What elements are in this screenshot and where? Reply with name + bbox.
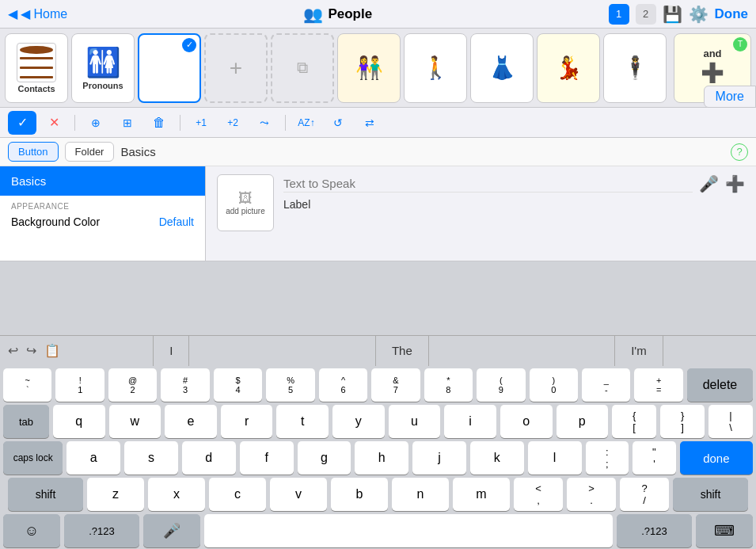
key-e[interactable]: e: [165, 405, 217, 438]
key-hash[interactable]: #3: [161, 368, 209, 402]
keyboard-key[interactable]: ⌨: [696, 514, 753, 547]
emoji-key[interactable]: ☺: [3, 514, 60, 547]
key-y[interactable]: y: [332, 405, 385, 438]
key-s[interactable]: s: [124, 441, 178, 475]
toolbar-arrow-button[interactable]: ⤳: [250, 111, 279, 135]
space-key[interactable]: [204, 514, 613, 547]
key-o[interactable]: o: [500, 405, 553, 438]
extra-card-3[interactable]: 👗: [470, 33, 534, 103]
key-pipe[interactable]: |\: [709, 405, 753, 438]
key-question[interactable]: ?/: [620, 478, 669, 511]
key-rbrace[interactable]: }]: [660, 405, 705, 438]
key-plus-equals[interactable]: +=: [634, 368, 682, 402]
back-button[interactable]: ◀ ◀ Home: [8, 6, 67, 21]
key-p[interactable]: p: [557, 405, 609, 438]
contacts-card[interactable]: Contacts: [5, 33, 68, 103]
shift-left-key[interactable]: shift: [8, 478, 83, 511]
key-comma[interactable]: <,: [514, 478, 563, 511]
num-key[interactable]: .?123: [64, 514, 139, 547]
done-button[interactable]: Done: [715, 6, 749, 22]
key-lparen[interactable]: (9: [477, 368, 525, 402]
key-n[interactable]: n: [392, 478, 449, 511]
key-dollar[interactable]: $4: [214, 368, 262, 402]
add-picture-box[interactable]: 🖼 add picture: [217, 174, 274, 231]
key-j[interactable]: j: [412, 441, 466, 475]
key-h[interactable]: h: [355, 441, 408, 475]
blank-checked-card[interactable]: ✓: [138, 33, 201, 103]
mic-icon[interactable]: 🎤: [699, 174, 719, 193]
basics-item[interactable]: Basics: [0, 166, 205, 196]
key-l[interactable]: l: [528, 441, 582, 475]
key-w[interactable]: w: [109, 405, 161, 438]
extra-card-4[interactable]: 💃: [537, 33, 600, 103]
page-2-button[interactable]: 2: [636, 4, 656, 25]
toolbar-plus2-button[interactable]: +2: [218, 111, 247, 135]
autocomplete-word-the[interactable]: The: [375, 336, 429, 366]
autocomplete-word-i[interactable]: I: [153, 336, 189, 366]
key-exclaim[interactable]: !1: [55, 368, 104, 402]
key-star[interactable]: *8: [424, 368, 473, 402]
toolbar-plus1-button[interactable]: +1: [187, 111, 215, 135]
toolbar-refresh-button[interactable]: ↺: [324, 111, 352, 135]
tab-key[interactable]: tab: [3, 405, 49, 438]
pronouns-card[interactable]: 🚻 Pronouns: [71, 33, 135, 103]
key-period[interactable]: >.: [567, 478, 616, 511]
key-amp[interactable]: &7: [371, 368, 420, 402]
key-i[interactable]: i: [444, 405, 496, 438]
toolbar-cancel-button[interactable]: ✕: [40, 111, 68, 135]
key-tilde[interactable]: ~`: [3, 368, 51, 402]
key-at[interactable]: @2: [108, 368, 157, 402]
mic-key[interactable]: 🎤: [143, 514, 200, 547]
redo-icon[interactable]: ↪: [26, 343, 36, 358]
page-1-button[interactable]: 1: [609, 4, 629, 25]
toolbar-delete-button[interactable]: 🗑: [145, 111, 173, 135]
key-lbrace[interactable]: {[: [612, 405, 656, 438]
key-b[interactable]: b: [331, 478, 388, 511]
toolbar-swap-button[interactable]: ⇄: [355, 111, 384, 135]
delete-key[interactable]: delete: [687, 368, 753, 402]
key-colon[interactable]: :;: [586, 441, 629, 475]
duplicate-card[interactable]: ⧉: [271, 33, 334, 103]
key-caret[interactable]: ^6: [319, 368, 367, 402]
text-to-speak-input[interactable]: [283, 175, 693, 193]
shift-right-key[interactable]: shift: [673, 478, 748, 511]
key-quote[interactable]: "': [633, 441, 676, 475]
toolbar-sort-button[interactable]: AZ↑: [292, 111, 321, 135]
key-underscore[interactable]: _-: [582, 368, 630, 402]
key-x[interactable]: x: [148, 478, 205, 511]
settings-icon-button[interactable]: ⚙️: [689, 5, 709, 24]
key-f[interactable]: f: [240, 441, 294, 475]
key-q[interactable]: q: [53, 405, 105, 438]
button-type-btn[interactable]: Button: [8, 142, 59, 162]
key-d[interactable]: d: [182, 441, 236, 475]
toolbar-check-button[interactable]: ✓: [8, 111, 36, 135]
key-r[interactable]: r: [221, 405, 273, 438]
num-key-right[interactable]: .?123: [617, 514, 692, 547]
extra-card-2[interactable]: 🚶: [404, 33, 467, 103]
key-t[interactable]: t: [276, 405, 329, 438]
paste-icon[interactable]: 📋: [44, 343, 60, 358]
key-g[interactable]: g: [298, 441, 351, 475]
done-key[interactable]: done: [680, 441, 753, 475]
key-k[interactable]: k: [470, 441, 524, 475]
key-percent[interactable]: %5: [266, 368, 314, 402]
key-rparen[interactable]: )0: [530, 368, 578, 402]
key-v[interactable]: v: [270, 478, 327, 511]
extra-card-5[interactable]: 🕴: [603, 33, 667, 103]
toolbar-grid-button[interactable]: ⊞: [113, 111, 142, 135]
add-text-icon[interactable]: ➕: [725, 174, 745, 193]
autocomplete-word-im[interactable]: I'm: [614, 336, 663, 366]
default-color-button[interactable]: Default: [159, 215, 194, 228]
more-button[interactable]: More: [704, 86, 756, 108]
undo-icon[interactable]: ↩: [8, 343, 18, 358]
key-z[interactable]: z: [87, 478, 144, 511]
toolbar-add-page-button[interactable]: ⊕: [82, 111, 110, 135]
save-icon-button[interactable]: 💾: [663, 5, 682, 24]
key-a[interactable]: a: [66, 441, 120, 475]
key-m[interactable]: m: [453, 478, 510, 511]
caps-lock-key[interactable]: caps lock: [3, 441, 63, 475]
add-button-card[interactable]: +: [204, 33, 268, 103]
key-c[interactable]: c: [209, 478, 266, 511]
help-button[interactable]: ?: [731, 143, 748, 161]
extra-card-1[interactable]: 👫: [337, 33, 401, 103]
